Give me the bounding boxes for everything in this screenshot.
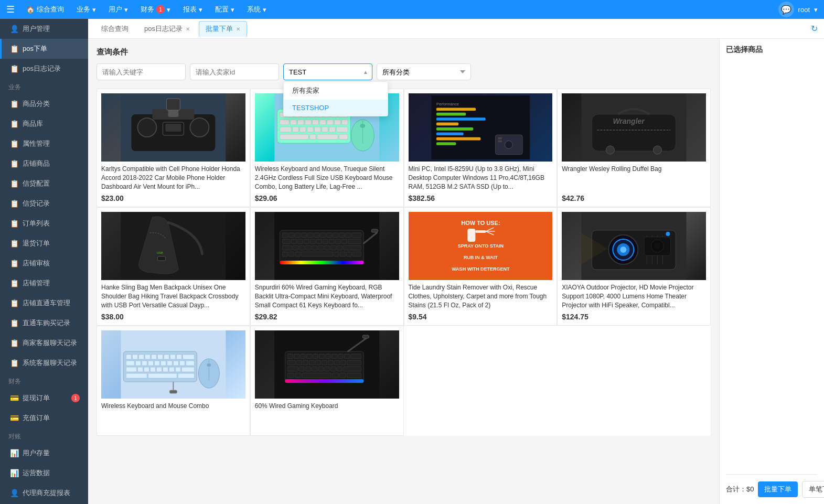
svg-rect-185 xyxy=(325,354,330,359)
sidebar-item-order-list[interactable]: 📋 订单列表 xyxy=(0,213,88,233)
svg-rect-84 xyxy=(297,239,303,244)
svg-rect-178 xyxy=(285,379,363,383)
product-card-5[interactable]: USB Hanke Sling Bag Men Backpack Unisex … xyxy=(97,207,250,326)
svg-rect-182 xyxy=(306,354,312,359)
svg-rect-106 xyxy=(301,252,333,256)
svg-rect-160 xyxy=(137,367,143,372)
svg-point-128 xyxy=(620,246,627,253)
product-image-6 xyxy=(255,212,399,280)
svg-rect-203 xyxy=(312,367,317,371)
product-scroll-area[interactable]: Karltys Compatible with Cell Phone Holde… xyxy=(97,89,711,436)
svg-rect-91 xyxy=(341,239,347,244)
product-title-8: XIAOYA Outdoor Projector, HD Movie Proje… xyxy=(562,283,706,309)
svg-rect-34 xyxy=(322,127,328,132)
sidebar-item-withdraw[interactable]: 💳 提现订单 1 xyxy=(0,388,88,408)
product-title-5: Hanke Sling Bag Men Backpack Unisex One … xyxy=(101,283,245,309)
svg-point-55 xyxy=(505,141,512,148)
svg-point-4 xyxy=(190,118,209,137)
sidebar-item-store-management[interactable]: 📋 店铺管理 xyxy=(0,273,88,293)
sidebar-item-pos-order[interactable]: 📋 pos下单 xyxy=(0,39,88,59)
sidebar-item-system-chat[interactable]: 📋 系统客服聊天记录 xyxy=(0,353,88,373)
product-card-7[interactable]: HOW TO USE: SPRAY ONTO STAIN RU xyxy=(404,207,558,326)
tab-batch-order-close[interactable]: ✕ xyxy=(236,26,240,32)
product-card-1[interactable]: Karltys Compatible with Cell Phone Holde… xyxy=(97,89,250,207)
sidebar-item-pos-log[interactable]: 📋 pos日志记录 xyxy=(0,59,88,79)
svg-rect-196 xyxy=(328,360,333,365)
nav-report[interactable]: 报表 ▾ xyxy=(178,0,208,19)
sidebar-item-merchant-chat[interactable]: 📋 商家客服聊天记录 xyxy=(0,333,88,353)
credit-record-icon: 📋 xyxy=(10,199,18,208)
svg-rect-98 xyxy=(318,245,323,250)
sidebar-item-agent-report[interactable]: 👤 代理商充提报表 xyxy=(0,483,88,503)
sidebar-item-operations-data[interactable]: 📊 运营数据 xyxy=(0,463,88,483)
product-card-3[interactable]: Performance xyxy=(404,89,558,207)
sidebar-item-user-management[interactable]: 👤 用户管理 xyxy=(0,19,88,39)
svg-rect-79 xyxy=(339,233,344,238)
sidebar-item-store-audit[interactable]: 📋 店铺审核 xyxy=(0,253,88,273)
svg-rect-154 xyxy=(160,361,166,366)
svg-rect-157 xyxy=(179,361,185,366)
product-title-3: Mini PC, Intel I5-8259U (Up to 3.8 GHz),… xyxy=(409,165,553,191)
user-name[interactable]: root xyxy=(798,6,810,14)
svg-rect-69 xyxy=(280,261,363,264)
svg-rect-73 xyxy=(301,233,306,238)
svg-rect-189 xyxy=(350,354,361,359)
product-price-2: $29.06 xyxy=(255,194,399,202)
svg-rect-162 xyxy=(150,367,155,372)
search-bar: ▲ 所有卖家 TESTSHOP 所有分类 xyxy=(97,63,711,80)
tab-pos-log[interactable]: pos日志记录 ✕ xyxy=(137,21,197,37)
product-card-4[interactable]: Wrangler Wrangler Wesley Rolling Duffel … xyxy=(557,89,711,207)
svg-rect-195 xyxy=(322,360,327,365)
svg-rect-142 xyxy=(145,355,150,359)
nav-finance[interactable]: 财务 1 ▾ xyxy=(135,0,176,19)
svg-point-136 xyxy=(666,232,670,236)
seller-id-input[interactable] xyxy=(190,63,279,80)
sidebar-item-product-category[interactable]: 📋 商品分类 xyxy=(0,94,88,114)
store-management-icon: 📋 xyxy=(10,279,18,287)
single-order-button[interactable]: 单笔下单 xyxy=(802,481,824,498)
svg-rect-169 xyxy=(148,373,177,378)
sidebar: 👤 用户管理 📋 pos下单 📋 pos日志记录 业务 📋 商品分类 📋 商品库… xyxy=(0,19,88,504)
category-select[interactable]: 所有分类 xyxy=(377,63,471,80)
sidebar-item-credit-record[interactable]: 📋 信贷记录 xyxy=(0,194,88,213)
sidebar-item-recharge[interactable]: 💳 充值订单 xyxy=(0,408,88,428)
tab-batch-order[interactable]: 批量下单 ✕ xyxy=(199,21,247,37)
tab-pos-log-close[interactable]: ✕ xyxy=(186,26,190,32)
svg-rect-164 xyxy=(163,367,168,372)
sidebar-item-store-traffic[interactable]: 📋 店铺直通车管理 xyxy=(0,293,88,313)
sidebar-item-traffic-purchase[interactable]: 📋 直通车购买记录 xyxy=(0,313,88,333)
svg-point-61 xyxy=(654,146,662,154)
product-image-3: Performance xyxy=(409,93,553,162)
nav-business[interactable]: 业务 ▾ xyxy=(71,0,101,19)
seller-search-input[interactable] xyxy=(283,63,372,80)
svg-rect-47 xyxy=(436,113,465,116)
product-card-8[interactable]: XIAOYA Outdoor Projector, HD Movie Proje… xyxy=(557,207,711,326)
svg-point-60 xyxy=(606,146,615,154)
svg-rect-37 xyxy=(280,134,308,140)
menu-icon[interactable]: ☰ xyxy=(6,4,15,15)
sidebar-item-attribute[interactable]: 📋 属性管理 xyxy=(0,134,88,154)
batch-order-button[interactable]: 批量下单 xyxy=(758,481,798,497)
sidebar-item-product-library[interactable]: 📋 商品库 xyxy=(0,114,88,134)
tab-overview[interactable]: 综合查询 xyxy=(94,21,135,37)
nav-home[interactable]: 🏠 综合查询 xyxy=(21,0,69,19)
refresh-icon[interactable]: ↻ xyxy=(811,24,818,34)
svg-rect-32 xyxy=(307,127,313,132)
keyword-input[interactable] xyxy=(97,63,186,80)
dropdown-item-testshop[interactable]: TESTSHOP xyxy=(284,100,388,116)
sidebar-item-return-order[interactable]: 📋 退货订单 xyxy=(0,233,88,253)
svg-rect-20 xyxy=(280,120,289,125)
svg-rect-145 xyxy=(164,355,169,359)
product-title-10: 60% Wired Gaming Keyboard xyxy=(255,402,399,428)
sidebar-item-store-product[interactable]: 📋 店铺商品 xyxy=(0,154,88,174)
dropdown-item-all-sellers[interactable]: 所有卖家 xyxy=(284,82,388,100)
product-card-10[interactable]: 60% Wired Gaming Keyboard xyxy=(250,326,404,436)
chat-icon[interactable]: 💬 xyxy=(778,2,794,17)
product-card-9[interactable]: Wireless Keyboard and Mouse Combo xyxy=(97,326,250,436)
sidebar-item-credit-config[interactable]: 📋 信贷配置 xyxy=(0,174,88,194)
nav-user[interactable]: 用户 ▾ xyxy=(103,0,133,19)
product-card-6[interactable]: Snpurdiri 60% Wired Gaming Keyboard, RGB… xyxy=(250,207,404,326)
nav-config[interactable]: 配置 ▾ xyxy=(210,0,240,19)
nav-system[interactable]: 系统 ▾ xyxy=(242,0,272,19)
sidebar-item-user-stock[interactable]: 📊 用户存量 xyxy=(0,443,88,463)
